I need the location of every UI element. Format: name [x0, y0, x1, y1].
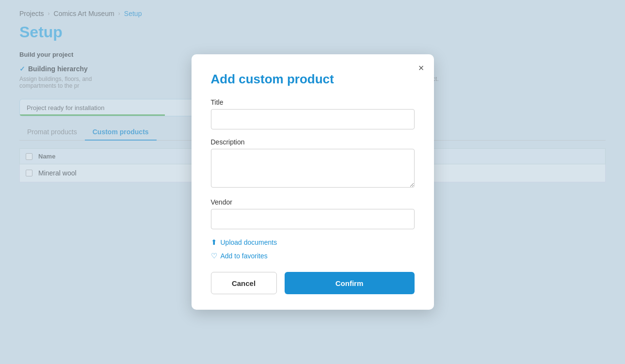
cancel-button[interactable]: Cancel [211, 272, 277, 294]
confirm-button[interactable]: Confirm [285, 272, 415, 294]
add-to-favorites-link[interactable]: ♡ Add to favorites [211, 252, 415, 260]
title-field-group: Title [211, 98, 415, 129]
add-custom-product-modal: × Add custom product Title Description V… [192, 54, 434, 310]
description-textarea[interactable] [211, 149, 415, 188]
upload-documents-link[interactable]: ⬆ Upload documents [211, 238, 415, 247]
add-to-favorites-label: Add to favorites [221, 252, 268, 260]
modal-overlay: × Add custom product Title Description V… [0, 0, 625, 364]
vendor-field-group: Vendor [211, 198, 415, 229]
title-input[interactable] [211, 109, 415, 129]
upload-icon: ⬆ [211, 238, 217, 247]
description-label: Description [211, 138, 415, 146]
vendor-input[interactable] [211, 209, 415, 229]
description-field-group: Description [211, 138, 415, 190]
upload-documents-label: Upload documents [221, 238, 277, 246]
modal-actions: Cancel Confirm [211, 272, 415, 294]
modal-title: Add custom product [211, 72, 415, 87]
modal-close-button[interactable]: × [418, 63, 424, 73]
heart-icon: ♡ [211, 252, 217, 260]
title-label: Title [211, 98, 415, 106]
vendor-label: Vendor [211, 198, 415, 206]
